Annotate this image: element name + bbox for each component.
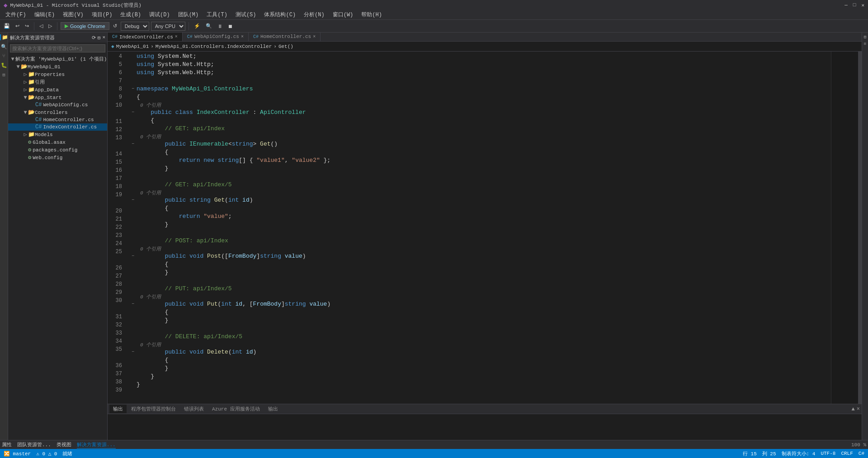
- code-line[interactable]: // POST: api/Index: [129, 237, 831, 245]
- activity-git-icon[interactable]: ⑂: [2, 53, 5, 59]
- properties-node[interactable]: ▷ 📁 Properties: [8, 71, 107, 78]
- code-line[interactable]: {: [129, 204, 831, 212]
- collapse-gutter[interactable]: −: [129, 300, 137, 308]
- toolbar-more-3[interactable]: ⏸: [216, 23, 224, 30]
- menu-build[interactable]: 生成(B): [117, 10, 145, 19]
- code-line[interactable]: − public void Delete(int id): [129, 348, 831, 356]
- code-line[interactable]: }: [129, 316, 831, 325]
- code-line[interactable]: {: [129, 117, 831, 125]
- code-line[interactable]: }: [129, 165, 831, 173]
- search-input[interactable]: [10, 44, 105, 52]
- code-line[interactable]: − public string Get(int id): [129, 196, 831, 204]
- code-line[interactable]: [129, 277, 831, 285]
- solution-root-node[interactable]: ▼ 解决方案 'MyWebApi_01' (1 个项目): [8, 55, 107, 63]
- collapse-gutter[interactable]: −: [129, 85, 137, 93]
- references-node[interactable]: ▷ 📁 引用: [8, 78, 107, 86]
- minimize-button[interactable]: —: [844, 2, 848, 8]
- code-line[interactable]: − public void Put(int id, [FromBody]stri…: [129, 300, 831, 308]
- menu-help[interactable]: 帮助(H): [358, 10, 386, 19]
- code-line[interactable]: }: [129, 373, 831, 381]
- refresh-btn[interactable]: ↺: [111, 22, 119, 30]
- toolbar-more-2[interactable]: 🔍: [204, 22, 214, 30]
- collapse-gutter[interactable]: −: [129, 196, 137, 204]
- output-up-icon[interactable]: ▲: [852, 406, 855, 412]
- collapse-gutter[interactable]: −: [129, 140, 137, 148]
- activity-ext-icon[interactable]: ⊞: [2, 72, 5, 78]
- code-line[interactable]: [129, 173, 831, 181]
- menu-analyze[interactable]: 分析(N): [300, 10, 328, 19]
- maximize-button[interactable]: □: [853, 2, 856, 8]
- toolbar-nav-fwd[interactable]: ▷: [47, 22, 54, 30]
- code-line[interactable]: // GET: api/Index: [129, 125, 831, 133]
- menu-window[interactable]: 窗口(W): [329, 10, 357, 19]
- code-editor[interactable]: 45678910 111213 141516171819 20212223242…: [108, 52, 862, 404]
- homecontroller-node[interactable]: C# HomeController.cs: [8, 116, 107, 123]
- output-tab-output2[interactable]: 输出: [264, 405, 282, 413]
- toolbar-more-1[interactable]: ⚡: [192, 22, 202, 30]
- appstart-node[interactable]: ▼ 📂 App_Start: [8, 94, 107, 101]
- bottom-tab-solution[interactable]: 解决方案资源...: [77, 441, 116, 449]
- project-node[interactable]: ▼ 📂 MyWebApi_01: [8, 63, 107, 71]
- menu-tools[interactable]: 工具(T): [203, 10, 231, 19]
- right-panel-icon-2[interactable]: ≡: [863, 42, 866, 47]
- code-line[interactable]: }: [129, 221, 831, 229]
- menu-debug[interactable]: 调试(D): [146, 10, 174, 19]
- code-line[interactable]: − public void Post([FromBody]string valu…: [129, 252, 831, 260]
- output-tab-errors[interactable]: 错误列表: [180, 405, 208, 413]
- webconfig-node[interactable]: ⚙ Web.config: [8, 154, 107, 161]
- tab-close-icon[interactable]: ×: [313, 34, 316, 39]
- code-line[interactable]: // PUT: api/Index/5: [129, 285, 831, 293]
- bottom-tab-team[interactable]: 团队资源管...: [17, 441, 51, 448]
- code-line[interactable]: {: [129, 308, 831, 316]
- output-tab-azure[interactable]: Azure 应用服务活动: [208, 405, 264, 413]
- output-tab-output[interactable]: 输出: [109, 405, 127, 413]
- code-line[interactable]: −namespace MyWebApi_01.Controllers: [129, 85, 831, 93]
- activity-debug-icon[interactable]: 🐛: [1, 62, 7, 68]
- models-node[interactable]: ▷ 📁 Models: [8, 131, 107, 138]
- bottom-tab-properties[interactable]: 属性: [2, 441, 12, 448]
- code-line[interactable]: {: [129, 260, 831, 269]
- close-button[interactable]: ✕: [861, 2, 864, 8]
- code-line[interactable]: using System.Net.Http;: [129, 61, 831, 69]
- code-line[interactable]: {: [129, 356, 831, 364]
- activity-explorer-icon[interactable]: 📁: [0, 34, 8, 40]
- cpu-dropdown[interactable]: Any CPU: [151, 22, 185, 31]
- webapiconfig-node[interactable]: C# WebApiConfig.cs: [8, 101, 107, 109]
- code-line[interactable]: // GET: api/Index/5: [129, 181, 831, 189]
- code-line[interactable]: [129, 325, 831, 333]
- menu-edit[interactable]: 编辑(E): [31, 10, 59, 19]
- tab-homecontroller[interactable]: C# HomeController.cs ×: [249, 33, 321, 41]
- menu-architecture[interactable]: 体系结构(C): [260, 10, 299, 19]
- activity-search-icon[interactable]: 🔍: [1, 44, 7, 50]
- debug-dropdown[interactable]: Debug: [121, 22, 149, 31]
- code-line[interactable]: }: [129, 381, 831, 389]
- menu-team[interactable]: 团队(M): [175, 10, 203, 19]
- toolbar-more-4[interactable]: ⏹: [226, 23, 235, 30]
- vertical-scrollbar[interactable]: [858, 52, 862, 404]
- code-content[interactable]: using System.Net;using System.Net.Http;u…: [126, 52, 831, 404]
- code-line[interactable]: using System.Net;: [129, 52, 831, 61]
- menu-file[interactable]: 文件(F): [2, 10, 30, 19]
- collapse-gutter[interactable]: −: [129, 109, 137, 117]
- code-line[interactable]: [129, 77, 831, 85]
- tab-close-icon[interactable]: ×: [241, 34, 244, 39]
- output-tab-nuget[interactable]: 程序包管理器控制台: [127, 405, 179, 413]
- code-line[interactable]: using System.Web.Http;: [129, 69, 831, 77]
- code-line[interactable]: − public IEnumerable<string> Get(): [129, 140, 831, 148]
- window-controls[interactable]: — □ ✕: [844, 2, 864, 8]
- tab-webapiconfig[interactable]: C# WebApiConfig.cs ×: [183, 33, 249, 41]
- bottom-tab-classview[interactable]: 类视图: [57, 441, 71, 448]
- right-panel-icon-1[interactable]: ⊞: [863, 34, 866, 40]
- toolbar-save-btn[interactable]: 💾: [2, 22, 12, 30]
- collapse-gutter[interactable]: −: [129, 348, 137, 356]
- tab-close-icon[interactable]: ×: [175, 34, 178, 39]
- menu-view[interactable]: 视图(V): [59, 10, 87, 19]
- indexcontroller-node[interactable]: C# IndexController.cs: [8, 123, 107, 131]
- code-line[interactable]: }: [129, 364, 831, 373]
- sidebar-icon-2[interactable]: ⊟: [98, 35, 101, 41]
- appdata-node[interactable]: ▷ 📁 App_Data: [8, 86, 107, 94]
- output-close-icon[interactable]: ×: [857, 406, 860, 412]
- tab-indexcontroller[interactable]: C# IndexController.cs ×: [108, 33, 183, 41]
- toolbar-redo-btn[interactable]: ↪: [23, 22, 31, 30]
- globalasax-node[interactable]: ⚙ Global.asax: [8, 138, 107, 146]
